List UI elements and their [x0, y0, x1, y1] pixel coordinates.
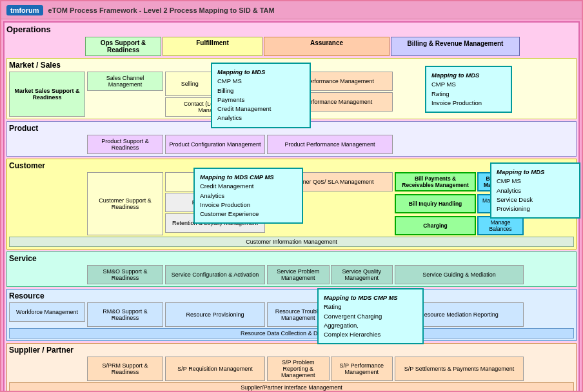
workforce: Workforce Management [9, 302, 85, 322]
band-product-content: Product Support & Readiness Product Conf… [9, 135, 574, 154]
product-oss: Product Support & Readiness [87, 135, 163, 154]
charging: Charging [395, 216, 476, 235]
popup4-title: Mapping to MDS [497, 168, 574, 177]
resource-provisioning: Resource Provisioning [165, 302, 265, 327]
band-resource-label: Resource [9, 291, 574, 300]
popup1-line2: Billing [217, 86, 304, 95]
popup5-line2: Convergent Charging [324, 312, 417, 321]
resource-data-collection: Resource Data Collection & Distribution [9, 328, 574, 338]
product-perf: Product Performance Management [267, 135, 393, 154]
column-headers: Ops Support & Readiness Fulfillment Assu… [8, 37, 577, 56]
popup3-line4: Customer Experience [200, 210, 297, 219]
popup1-line3: Payments [217, 95, 304, 104]
popup5-line1: Rating [324, 302, 417, 311]
supplier-oss: S/PRM Support & Readiness [87, 357, 163, 381]
market-oss-cell: Market Sales Support & Readiness [9, 72, 85, 117]
popup4-line4: Provisioning [497, 204, 574, 213]
col-header-fulfillment: Fulfillment [163, 37, 262, 56]
popup1-line4: Credit Management [217, 104, 304, 113]
customer-oss: Customer Support & Readiness [87, 172, 163, 235]
popup4-line1: CMP MS [497, 177, 574, 186]
manage-balances: Manage Balances [477, 216, 524, 235]
market-selling: Selling [165, 72, 215, 96]
popup1-title: Mapping to MDS [217, 68, 304, 77]
popup5: Mapping to MDS CMP MS Rating Convergent … [317, 288, 424, 344]
band-service: Service SM&O Support & Readiness Service… [6, 251, 577, 287]
band-supplier: Supplier / Partner S/PRM Support & Readi… [6, 343, 577, 392]
popup2-line3: Invoice Production [431, 99, 506, 108]
service-config: Service Configuration & Activation [165, 265, 265, 284]
bill-inquiry: Bill Inquiry Handling [395, 194, 476, 213]
popup1: Mapping to MDS CMP MS Billing Payments C… [211, 63, 311, 128]
service-quality: Service Quality Management [331, 265, 393, 284]
popup2: Mapping to MDS CMP MS Rating Invoice Pro… [425, 66, 512, 113]
band-service-label: Service [9, 254, 574, 263]
supplier-problem: S/P Problem Reporting & Management [267, 357, 330, 381]
popup1-line5: Analytics [217, 113, 304, 122]
col-header-oss: Ops Support & Readiness [85, 37, 161, 56]
supplier-settlements: S/P Settlements & Payments Management [395, 357, 524, 381]
popup3-line2: Analytics [200, 191, 297, 201]
supplier-perf: S/P Performance Management [331, 357, 393, 381]
popup4-line2: Analytics [497, 186, 574, 195]
service-oss: SM&O Support & Readiness [87, 265, 163, 284]
product-config: Product Configuration Management [165, 135, 265, 154]
popup5-line3: Aggregation, [324, 321, 417, 330]
band-resource-content: Workforce Management RM&O Support & Read… [9, 302, 574, 327]
service-problem: Service Problem Management [267, 265, 330, 284]
supplier-requisition: S/P Requisition Management [165, 357, 265, 381]
popup3-line3: Invoice Production [200, 201, 297, 210]
col-header-billing: Billing & Revenue Management [391, 37, 520, 56]
bill-payments: Bill Payments & Receivables Management [395, 172, 476, 191]
logo: tmforum [6, 5, 43, 15]
supplier-interface: Supplier/Partner Interface Management [9, 382, 574, 392]
popup4-line3: Service Desk [497, 195, 574, 204]
operations-title: Operations [6, 24, 577, 34]
popup3-title: Mapping to MDS CMP MS [200, 173, 297, 182]
header-bar: tmforum eTOM Process Framework - Level 2… [1, 1, 582, 19]
band-service-content: SM&O Support & Readiness Service Configu… [9, 265, 574, 284]
popup3: Mapping to MDS CMP MS Credit Management … [193, 168, 303, 224]
main-container: tmforum eTOM Process Framework - Level 2… [0, 0, 583, 392]
popup2-title: Mapping to MDS [431, 71, 506, 80]
popup5-line4: Complex Hierarchies [324, 330, 417, 339]
header-title: eTOM Process Framework - Level 2 Process… [48, 6, 275, 14]
popup4: Mapping to MDS CMP MS Analytics Service … [490, 162, 580, 219]
band-resource: Resource Workforce Management RM&O Suppo… [6, 289, 577, 341]
popup3-line1: Credit Management [200, 182, 297, 191]
popup5-title: Mapping to MDS CMP MS [324, 293, 417, 302]
service-guiding: Service Guiding & Mediation [395, 265, 524, 284]
customer-info-mgmt: Customer Information Management [9, 237, 574, 247]
col-header-assurance: Assurance [264, 37, 390, 56]
popup1-line1: CMP MS [217, 77, 304, 86]
market-sales-channel: Sales Channel Management [87, 72, 163, 91]
rmo: RM&O Support & Readiness [87, 302, 163, 327]
popup2-line2: Rating [431, 90, 506, 99]
band-supplier-content: S/PRM Support & Readiness S/P Requisitio… [9, 357, 574, 381]
band-supplier-label: Supplier / Partner [9, 346, 574, 355]
popup2-line1: CMP MS [431, 80, 506, 89]
